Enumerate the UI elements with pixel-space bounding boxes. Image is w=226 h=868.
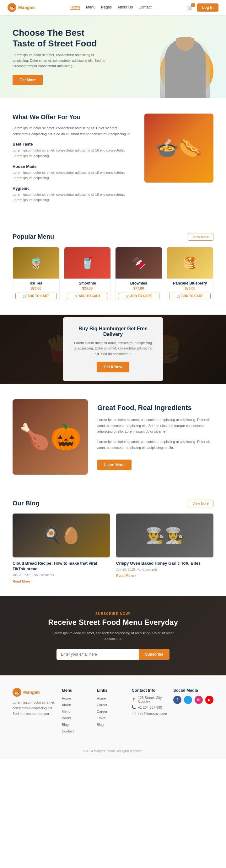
feature-2-desc: Lorem ipsum dolor sit amet, consectetur … (12, 170, 135, 181)
promo-description: Lorem ipsum dolor sit amet, consectetur … (73, 340, 153, 357)
add-cart-button-2[interactable]: 🛒 ADD TO CART (118, 293, 160, 299)
menu-card-body-3: Pancake Blueberry $56.00 🛒 ADD TO CART (167, 279, 214, 302)
social-icons: f t in ▶ (173, 696, 214, 704)
footer-contact-1: 📞 +1 234 567 890 (132, 705, 167, 709)
offer-heading: What We Offer For You (12, 114, 135, 121)
footer-link-item-4: Blog (97, 722, 125, 727)
twitter-icon[interactable]: t (184, 696, 192, 704)
blog-meta-1: July 20, 2019 · No Comments (116, 568, 214, 571)
promo-heading: Buy Big Hamburger Get Free Delivery (73, 326, 153, 337)
footer-contact-col: Contact Info 📍 123 Street, City, Country… (132, 688, 167, 735)
menu-grid: 🧋 Ice Tea $23.00 🛒 ADD TO CART 🥤 Smoothi… (12, 247, 214, 302)
add-cart-button-0[interactable]: 🛒 ADD TO CART (16, 293, 57, 299)
footer-bottom: © 2024 Mangan Theme. All rights reserved… (12, 745, 214, 753)
contact-text-1: +1 234 567 890 (138, 706, 162, 709)
promo-cta-button[interactable]: Get It Now (97, 362, 129, 372)
blog-read-more-1[interactable]: Read More › (116, 574, 136, 578)
nav-menu[interactable]: Menu (86, 5, 95, 10)
ingredients-cta-button[interactable]: Learn More (97, 460, 132, 470)
blog-grid: 🍳🥚 Cloud Bread Recipe: How to make that … (12, 514, 214, 584)
footer-link-item-0: Home (97, 696, 125, 701)
footer-grid: 🍜 Mangan Lorem ipsum dolor sit amet, con… (12, 688, 214, 735)
cart-button[interactable]: 🛒 1 (187, 5, 193, 11)
footer-menu-item-3: World (62, 716, 90, 720)
offer-image: 🍲🌭 (144, 114, 214, 183)
footer-menu-item-0: Home (62, 696, 90, 701)
blog-meta-0: July 20, 2019 · No Comments (12, 574, 110, 577)
nav-pages[interactable]: Pages (101, 5, 112, 10)
footer-brand: 🍜 Mangan Lorem ipsum dolor sit amet, con… (12, 688, 56, 735)
blog-comments-1: No Comments (138, 568, 158, 571)
nav-home[interactable]: Home (70, 5, 80, 10)
youtube-icon[interactable]: ▶ (205, 696, 214, 704)
footer-copyright: © 2024 Mangan Theme. All rights reserved… (83, 749, 143, 753)
cart-badge: 1 (191, 3, 195, 7)
section-header: Popular Menu View More (12, 233, 214, 241)
subscribe-heading: Receive Street Food Menu Everyday (12, 618, 214, 627)
hero-description: Lorem ipsum dolor sit amet, consectetur … (12, 52, 107, 69)
popular-view-more-button[interactable]: View More (188, 233, 214, 241)
offer-feature-3: Hygienic Lorem ipsum dolor sit amet, con… (12, 186, 135, 203)
footer-menu-item-2: Menu (62, 709, 90, 714)
popular-menu-section: Popular Menu View More 🧋 Ice Tea $23.00 … (0, 224, 226, 315)
login-button[interactable]: Log In (197, 3, 219, 11)
navbar: 🍜 Mangan Home Menu Pages About Us Contac… (0, 0, 226, 15)
subscribe-button[interactable]: Subscribe (139, 649, 169, 660)
nav-links: Home Menu Pages About Us Contact (70, 5, 151, 10)
menu-card-2: 🍫 Brownies $77.00 🛒 ADD TO CART (115, 247, 162, 302)
blog-date-0: July 20, 2019 (12, 574, 31, 577)
menu-price-1: $24.00 (67, 286, 108, 290)
popular-heading: Popular Menu (12, 233, 54, 240)
blog-title-0: Cloud Bread Recipe: How to make that vir… (12, 561, 110, 572)
blog-image-1: 👨‍🍳👩‍🍳 (116, 514, 214, 557)
footer-menu-list: Home About Menu World Blog Contact (62, 696, 90, 734)
brand-logo[interactable]: 🍜 Mangan (7, 3, 35, 12)
blog-date-1: July 20, 2019 (116, 568, 135, 571)
blog-emoji-0: 🍳🥚 (42, 526, 81, 545)
footer-links-heading: Links (97, 688, 125, 693)
footer-logo-icon: 🍜 (12, 688, 21, 697)
nav-contact[interactable]: Contact (138, 5, 151, 10)
blog-section: Our Blog View More 🍳🥚 Cloud Bread Recipe… (0, 490, 226, 596)
blog-image-0: 🍳🥚 (12, 514, 110, 557)
footer-menu-item-1: About (62, 702, 90, 707)
nav-about[interactable]: About Us (117, 5, 133, 10)
brand-name: Mangan (18, 5, 35, 10)
menu-price-0: $23.00 (16, 286, 57, 290)
facebook-icon[interactable]: f (173, 696, 181, 704)
footer-link-item-3: Travel (97, 716, 125, 720)
menu-card-image-2: 🍫 (115, 247, 162, 279)
ingredients-para2: Lorem ipsum dolor sit amet, consectetur … (97, 439, 214, 451)
footer-menu-heading: Menu (62, 688, 90, 693)
menu-price-3: $56.00 (169, 286, 211, 290)
blog-view-more-button[interactable]: View More (188, 500, 214, 507)
hero-cta-button[interactable]: Get More (12, 75, 43, 85)
menu-name-3: Pancake Blueberry (169, 281, 211, 285)
footer-menu-col: Menu Home About Menu World Blog Contact (62, 688, 90, 735)
brand-icon: 🍜 (7, 3, 16, 12)
person-head (176, 37, 195, 51)
offer-text: What We Offer For You Lorem ipsum dolor … (12, 114, 135, 208)
subscribe-email-input[interactable] (57, 649, 139, 660)
offer-feature-1: Best Taste Lorem ipsum dolor sit amet, c… (12, 142, 135, 159)
add-cart-button-1[interactable]: 🛒 ADD TO CART (67, 293, 108, 299)
footer-contact-heading: Contact Info (132, 688, 167, 693)
blog-read-more-0[interactable]: Read More › (12, 580, 32, 583)
ingredients-section: 🍗🎃 Great Food, Real Ingredients Lorem ip… (0, 384, 226, 490)
nav-actions: 🛒 1 Log In (187, 3, 219, 11)
contact-icon-1: 📞 (132, 705, 136, 709)
blog-card-0: 🍳🥚 Cloud Bread Recipe: How to make that … (12, 514, 110, 584)
hero-text: Choose The Best Taste of Street Food Lor… (12, 28, 107, 98)
menu-name-0: Ice Tea (16, 281, 57, 285)
footer-brand-name: Mangan (23, 690, 40, 695)
add-cart-button-3[interactable]: 🛒 ADD TO CART (169, 293, 211, 299)
menu-card-body-2: Brownies $77.00 🛒 ADD TO CART (115, 279, 162, 302)
instagram-icon[interactable]: in (195, 696, 203, 704)
hero-heading: Choose The Best Taste of Street Food (12, 28, 107, 49)
blog-header: Our Blog View More (12, 500, 214, 507)
offer-section: What We Offer For You Lorem ipsum dolor … (0, 98, 226, 224)
subscribe-section: Subscribe Now! Receive Street Food Menu … (0, 596, 226, 675)
menu-card-3: 🥞 Pancake Blueberry $56.00 🛒 ADD TO CART (167, 247, 214, 302)
footer-menu-item-4: Blog (62, 722, 90, 727)
person-body (165, 38, 206, 98)
